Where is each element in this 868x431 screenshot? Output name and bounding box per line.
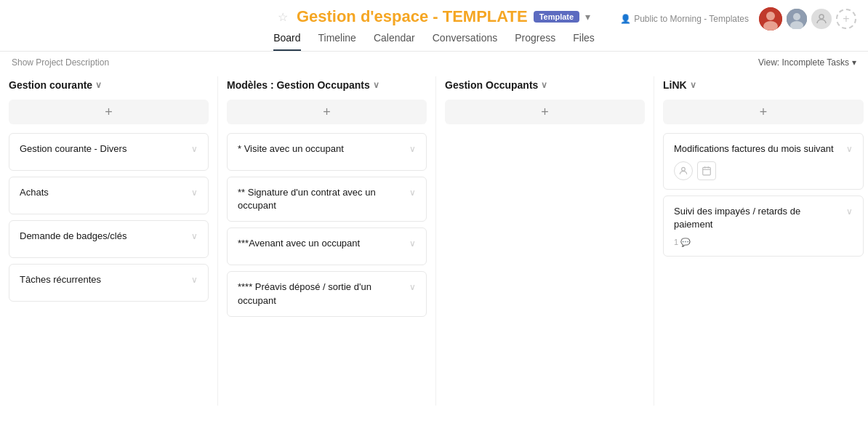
calendar-meta-icon [702, 166, 712, 176]
task-card-lk2[interactable]: Suivi des impayés / retards de paiement … [663, 196, 864, 256]
column-header-gestion-courante: Gestion courante ∨ [9, 76, 209, 94]
column-gestion-courante: Gestion courante ∨ + Gestion courante - … [0, 76, 218, 406]
column-modeles-gestion-occupants: Modèles : Gestion Occupants ∨ + * Visite… [218, 76, 436, 406]
task-card-gc1[interactable]: Gestion courante - Divers ∨ [9, 133, 209, 171]
task-card-mgo3[interactable]: ***Avenant avec un occupant ∨ [227, 227, 427, 265]
task-card-gc3[interactable]: Demande de badges/clés ∨ [9, 220, 209, 258]
svg-point-4 [793, 13, 800, 20]
column-link: LiNK ∨ + Modifications factures du mois … [654, 76, 868, 406]
svg-point-7 [682, 168, 686, 172]
task-text-lk1: Modifications factures du mois suivant [674, 142, 840, 156]
view-filter-chevron-icon: ▾ [852, 57, 856, 68]
svg-rect-8 [703, 168, 711, 176]
comment-count-lk2: 1 💬 [674, 238, 853, 247]
task-text-gc4: Tâches récurrentes [20, 273, 185, 286]
column-title-gestion-courante: Gestion courante ∨ [9, 79, 102, 91]
svg-point-1 [766, 12, 775, 20]
task-card-mgo2[interactable]: ** Signature d'un contrat avec un occupa… [227, 177, 427, 222]
person-icon: 👤 [620, 14, 631, 24]
nav-tabs: Board Timeline Calendar Conversations Pr… [262, 32, 606, 51]
toolbar: Show Project Description View: Incomplet… [0, 52, 868, 73]
column-title-gestion-occupants: Gestion Occupants ∨ [445, 79, 547, 91]
task-expand-icon-gc3[interactable]: ∨ [191, 231, 198, 241]
header-top: ☆ Gestion d'espace - TEMPLATE Template ▾ [278, 7, 590, 26]
task-card-lk1[interactable]: Modifications factures du mois suivant ∨ [663, 133, 864, 190]
add-task-link[interactable]: + [663, 100, 864, 124]
calendar-icon-lk1[interactable] [697, 161, 716, 180]
task-card-gc4[interactable]: Tâches récurrentes ∨ [9, 264, 209, 302]
person-meta-icon [678, 166, 688, 176]
task-card-mgo1[interactable]: * Visite avec un occupant ∨ [227, 133, 427, 171]
tab-board[interactable]: Board [273, 32, 300, 51]
comment-bubble-icon: 💬 [680, 238, 691, 247]
task-expand-icon-mgo3[interactable]: ∨ [409, 238, 416, 249]
template-badge: Template [534, 11, 579, 23]
card-meta-lk1 [674, 161, 853, 180]
task-text-mgo2: ** Signature d'un contrat avec un occupa… [238, 186, 403, 212]
public-label: 👤 Public to Morning - Templates [620, 14, 749, 24]
board: Gestion courante ∨ + Gestion courante - … [0, 73, 868, 417]
assignee-icon-lk1[interactable] [674, 161, 693, 180]
column-chevron-icon-gestion-courante[interactable]: ∨ [95, 80, 102, 90]
view-filter-label: View: Incomplete Tasks [758, 57, 849, 68]
task-expand-icon-mgo2[interactable]: ∨ [409, 188, 416, 198]
svg-point-6 [819, 15, 824, 19]
tab-conversations[interactable]: Conversations [433, 32, 498, 51]
task-text-mgo3: ***Avenant avec un occupant [238, 237, 403, 250]
task-expand-icon-gc1[interactable]: ∨ [191, 144, 198, 154]
task-card-gc2[interactable]: Achats ∨ [9, 177, 209, 214]
column-header-gestion-occupants: Gestion Occupants ∨ [445, 76, 645, 94]
page-header: ☆ Gestion d'espace - TEMPLATE Template ▾… [0, 0, 868, 52]
column-header-link: LiNK ∨ [663, 76, 864, 94]
tab-progress[interactable]: Progress [515, 32, 555, 51]
column-gestion-occupants: Gestion Occupants ∨ + [436, 76, 654, 406]
tab-files[interactable]: Files [573, 32, 595, 51]
avatar-img [759, 7, 782, 31]
task-expand-icon-gc2[interactable]: ∨ [191, 188, 198, 198]
tab-timeline[interactable]: Timeline [318, 32, 356, 51]
tab-calendar[interactable]: Calendar [374, 32, 415, 51]
comment-number-lk2: 1 [674, 238, 678, 246]
column-header-modeles: Modèles : Gestion Occupants ∨ [227, 76, 427, 94]
user-icon [815, 12, 828, 25]
star-icon[interactable]: ☆ [278, 10, 288, 24]
avatar-user-icon[interactable] [811, 9, 832, 29]
task-text-lk2: Suivi des impayés / retards de paiement [674, 205, 840, 231]
column-title-modeles: Modèles : Gestion Occupants ∨ [227, 79, 379, 91]
avatar-primary[interactable] [759, 7, 782, 31]
task-card-mgo4[interactable]: **** Préavis déposé / sortie d'un occupa… [227, 271, 427, 316]
task-expand-icon-lk1[interactable]: ∨ [846, 144, 853, 154]
column-chevron-icon-modeles[interactable]: ∨ [373, 80, 379, 90]
view-filter[interactable]: View: Incomplete Tasks ▾ [758, 57, 856, 68]
add-task-gestion-courante[interactable]: + [9, 100, 209, 124]
avatar-secondary[interactable] [787, 9, 807, 29]
task-text-gc2: Achats [20, 186, 185, 199]
project-title: Gestion d'espace - TEMPLATE [297, 7, 528, 26]
avatar-sm-img [787, 9, 807, 29]
task-expand-icon-lk2[interactable]: ∨ [846, 206, 853, 217]
add-task-gestion-occupants[interactable]: + [445, 100, 645, 124]
task-text-gc3: Demande de badges/clés [20, 230, 185, 243]
header-right-actions: 👤 Public to Morning - Templates + [620, 7, 856, 31]
column-chevron-icon-link[interactable]: ∨ [690, 80, 696, 90]
task-text-mgo1: * Visite avec un occupant [238, 142, 403, 156]
task-text-mgo4: **** Préavis déposé / sortie d'un occupa… [238, 281, 403, 307]
add-task-modeles[interactable]: + [227, 100, 427, 124]
add-member-button[interactable]: + [836, 9, 856, 29]
task-expand-icon-mgo4[interactable]: ∨ [409, 282, 416, 292]
task-text-gc1: Gestion courante - Divers [20, 142, 185, 156]
title-chevron-icon[interactable]: ▾ [585, 11, 590, 23]
task-expand-icon-gc4[interactable]: ∨ [191, 275, 198, 285]
task-expand-icon-mgo1[interactable]: ∨ [409, 144, 416, 154]
column-title-link: LiNK ∨ [663, 79, 696, 91]
column-chevron-icon-gestion-occupants[interactable]: ∨ [541, 80, 547, 90]
show-project-description[interactable]: Show Project Description [12, 57, 109, 68]
